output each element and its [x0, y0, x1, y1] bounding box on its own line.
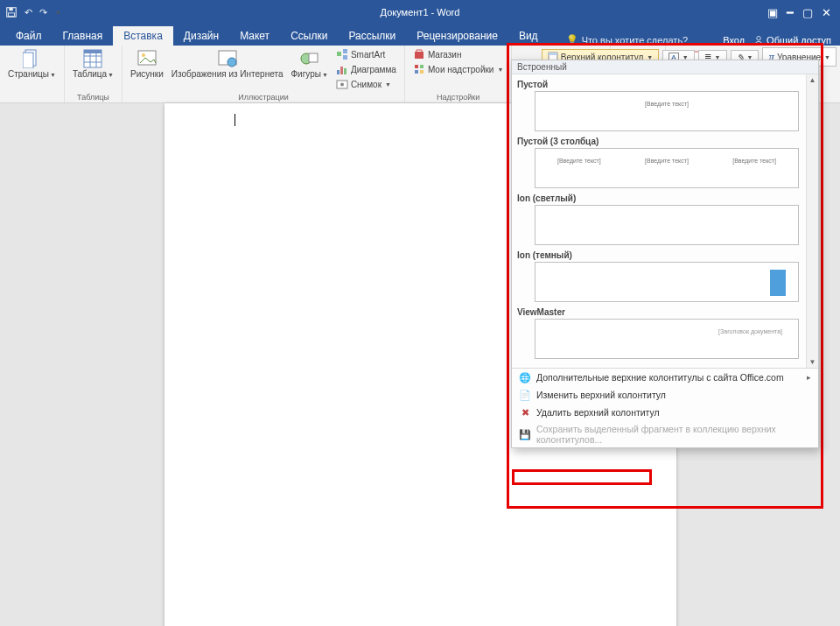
- more-from-office-label: Дополнительные верхние колонтитулы с сай…: [536, 372, 784, 383]
- gallery-item-title: Пустой (3 столбца): [517, 137, 813, 146]
- svg-rect-38: [549, 53, 557, 55]
- screenshot-icon: [336, 78, 348, 90]
- scroll-down-icon[interactable]: ▼: [808, 356, 818, 368]
- online-pictures-button[interactable]: Изображения из Интернета: [169, 47, 286, 81]
- svg-rect-1: [9, 8, 12, 11]
- accent-block: [770, 270, 786, 296]
- group-label-pages: [31, 93, 33, 102]
- share-button[interactable]: Общий доступ: [753, 35, 831, 46]
- svg-rect-20: [343, 55, 347, 60]
- title-bar: ↶ ↷ ▼ Документ1 - Word ▣ ━ ▢ ✕: [0, 0, 840, 25]
- save-selection-button: 💾 Сохранить выделенный фрагмент в коллек…: [512, 421, 818, 447]
- screenshot-button[interactable]: Снимок▼: [333, 77, 399, 91]
- svg-rect-2: [9, 13, 15, 17]
- tab-view[interactable]: Вид: [508, 26, 549, 46]
- svg-rect-22: [340, 67, 343, 74]
- remove-header-label: Удалить верхний колонтитул: [536, 407, 660, 418]
- smartart-button[interactable]: SmartArt: [333, 47, 399, 61]
- window-title: Документ1 - Word: [381, 7, 460, 18]
- svg-rect-29: [415, 70, 418, 74]
- save-selection-label: Сохранить выделенный фрагмент в коллекци…: [536, 424, 811, 445]
- submenu-arrow-icon: ▸: [807, 373, 811, 382]
- redo-icon[interactable]: ↷: [39, 7, 47, 18]
- group-label-addins: Надстройки: [437, 93, 480, 102]
- share-label: Общий доступ: [766, 35, 831, 46]
- remove-header-button[interactable]: ✖ Удалить верхний колонтитул: [512, 404, 818, 421]
- my-addins-button[interactable]: Мои надстройки▼: [410, 62, 506, 76]
- table-button[interactable]: Таблица▼: [70, 47, 116, 81]
- qat-dropdown-icon[interactable]: ▼: [55, 10, 61, 16]
- tab-home[interactable]: Главная: [52, 26, 114, 46]
- svg-point-13: [142, 53, 145, 57]
- gallery-item-title: Ion (светлый): [517, 193, 813, 203]
- group-label-illustrations: Иллюстрации: [238, 93, 289, 102]
- maximize-icon[interactable]: ▢: [802, 6, 813, 19]
- gallery-preview: [Введите текст] [Введите текст] [Введите…: [535, 148, 799, 188]
- shapes-button[interactable]: Фигуры▼: [288, 47, 330, 81]
- tab-review[interactable]: Рецензирование: [406, 26, 508, 46]
- shapes-icon: [300, 49, 319, 68]
- ribbon-options-icon[interactable]: ▣: [767, 6, 778, 19]
- tab-design[interactable]: Дизайн: [173, 26, 229, 46]
- tab-mailings[interactable]: Рассылки: [338, 26, 406, 46]
- gallery-item-viewmaster[interactable]: ViewMaster [Заголовок документа]: [515, 307, 813, 359]
- online-pictures-label: Изображения из Интернета: [172, 69, 284, 79]
- more-from-office-button[interactable]: 🌐 Дополнительные верхние колонтитулы с с…: [512, 369, 818, 386]
- gallery-item-ion-light[interactable]: Ion (светлый): [515, 193, 813, 245]
- svg-rect-21: [337, 70, 340, 74]
- placeholder-text: [Введите текст]: [732, 158, 776, 164]
- gallery-scroll-area: Пустой [Введите текст] Пустой (3 столбца…: [512, 74, 818, 368]
- pictures-label: Рисунки: [130, 69, 164, 79]
- store-button[interactable]: Магазин: [410, 47, 506, 61]
- pages-button[interactable]: Страницы▼: [5, 47, 59, 81]
- pictures-button[interactable]: Рисунки: [128, 47, 166, 81]
- svg-rect-19: [343, 49, 347, 53]
- gallery-preview: [Заголовок документа]: [535, 319, 799, 359]
- gallery-item-ion-dark[interactable]: Ion (темный): [515, 250, 813, 302]
- minimize-icon[interactable]: ━: [787, 6, 794, 19]
- gallery-item-blank[interactable]: Пустой [Введите текст]: [515, 80, 813, 131]
- tab-file[interactable]: Файл: [5, 26, 52, 46]
- gallery-item-title: Пустой: [517, 80, 813, 89]
- smartart-label: SmartArt: [351, 50, 385, 60]
- gallery-scrollbar[interactable]: ▲ ▼: [806, 74, 818, 368]
- svg-rect-17: [309, 53, 318, 62]
- ribbon-group-illustrations: Рисунки Изображения из Интернета Фигуры▼…: [122, 46, 405, 102]
- header-gallery-dropdown: Встроенный Пустой [Введите текст] Пустой…: [511, 60, 819, 448]
- save-icon[interactable]: [5, 6, 18, 18]
- svg-rect-30: [420, 70, 424, 74]
- gallery-preview: [535, 205, 799, 245]
- close-icon[interactable]: ✕: [822, 6, 831, 19]
- sign-in-link[interactable]: Вход: [723, 35, 745, 46]
- chart-button[interactable]: Диаграмма: [333, 62, 399, 76]
- tell-me[interactable]: 💡 Что вы хотите сделать?: [566, 34, 689, 46]
- gallery-item-blank-3col[interactable]: Пустой (3 столбца) [Введите текст] [Введ…: [515, 137, 813, 188]
- lightbulb-icon: 💡: [566, 34, 578, 46]
- table-icon: [83, 49, 102, 68]
- online-picture-icon: [218, 49, 237, 68]
- store-label: Магазин: [428, 50, 462, 60]
- scroll-up-icon[interactable]: ▲: [808, 74, 818, 86]
- placeholder-text: [Заголовок документа]: [718, 328, 782, 334]
- person-icon: [753, 35, 764, 46]
- svg-rect-5: [23, 53, 33, 68]
- page-icon: [22, 49, 41, 68]
- svg-rect-26: [415, 52, 424, 59]
- edit-header-button[interactable]: 📄 Изменить верхний колонтитул: [512, 386, 818, 404]
- ribbon-tabs: Файл Главная Вставка Дизайн Макет Ссылки…: [0, 25, 840, 46]
- tab-insert[interactable]: Вставка: [113, 26, 173, 46]
- tab-layout[interactable]: Макет: [229, 26, 280, 46]
- svg-rect-27: [415, 65, 418, 68]
- quick-access-toolbar: ↶ ↷ ▼: [0, 6, 61, 18]
- placeholder-text: [Введите текст]: [645, 101, 689, 107]
- svg-rect-11: [84, 50, 102, 53]
- tab-references[interactable]: Ссылки: [280, 26, 338, 46]
- gallery-footer: 🌐 Дополнительные верхние колонтитулы с с…: [512, 368, 818, 447]
- svg-rect-28: [420, 65, 424, 68]
- undo-icon[interactable]: ↶: [24, 7, 32, 18]
- picture-icon: [137, 49, 157, 68]
- gallery-item-title: ViewMaster: [517, 307, 813, 317]
- save-selection-icon: 💾: [519, 428, 531, 440]
- window-controls: ▣ ━ ▢ ✕: [767, 6, 840, 19]
- group-label-tables: Таблицы: [77, 93, 109, 102]
